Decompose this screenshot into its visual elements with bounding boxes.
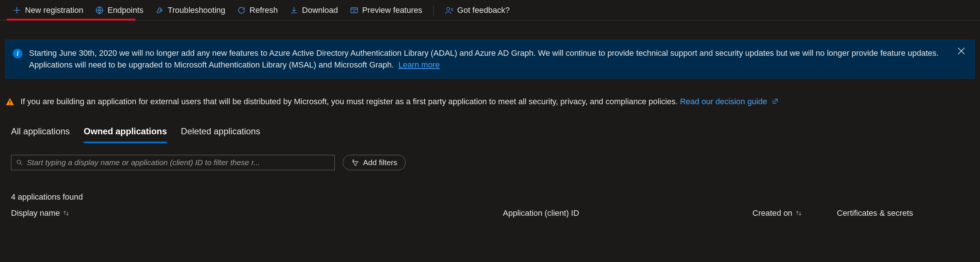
command-bar: New registration Endpoints Troubleshooti… — [0, 0, 980, 21]
column-certificates-secrets[interactable]: Certificates & secrets — [837, 208, 965, 218]
preview-icon — [350, 6, 359, 15]
column-created-on[interactable]: Created on — [752, 208, 837, 218]
download-icon — [290, 6, 298, 15]
info-banner: i Starting June 30th, 2020 we will no lo… — [5, 40, 975, 79]
new-registration-button[interactable]: New registration — [6, 0, 89, 20]
search-box[interactable] — [11, 155, 335, 170]
sort-icon — [795, 209, 803, 217]
feedback-icon — [445, 6, 453, 15]
warning-icon — [5, 97, 15, 106]
svg-rect-4 — [10, 103, 10, 104]
close-icon — [956, 46, 966, 56]
svg-point-2 — [447, 7, 450, 10]
warning-text: If you are building an application for e… — [21, 97, 678, 106]
results-count: 4 applications found — [11, 192, 980, 202]
external-link-icon — [772, 98, 779, 105]
plus-icon — [13, 6, 21, 15]
refresh-button[interactable]: Refresh — [231, 0, 284, 20]
svg-point-5 — [17, 160, 21, 164]
endpoints-button[interactable]: Endpoints — [89, 0, 150, 20]
column-created-on-label: Created on — [752, 208, 792, 218]
column-display-name[interactable]: Display name — [11, 208, 503, 218]
wrench-icon — [155, 6, 164, 15]
got-feedback-button[interactable]: Got feedback? — [439, 0, 516, 20]
sort-icon — [62, 209, 70, 217]
table-header: Display name Application (client) ID Cre… — [11, 208, 980, 218]
warning-link[interactable]: Read our decision guide — [680, 97, 779, 106]
close-banner-button[interactable] — [956, 46, 966, 56]
tab-all-applications[interactable]: All applications — [11, 126, 70, 143]
refresh-label: Refresh — [250, 5, 278, 15]
column-application-id-label: Application (client) ID — [503, 208, 579, 218]
tab-owned-applications[interactable]: Owned applications — [84, 126, 167, 143]
svg-rect-3 — [10, 100, 10, 103]
add-filter-icon — [351, 159, 360, 167]
troubleshooting-button[interactable]: Troubleshooting — [150, 0, 231, 20]
search-input[interactable] — [27, 158, 330, 167]
info-icon: i — [13, 49, 22, 58]
filter-row: Add filters — [11, 155, 980, 170]
download-label: Download — [302, 5, 338, 15]
column-display-name-label: Display name — [11, 208, 60, 218]
info-banner-learn-more-link[interactable]: Learn more — [398, 60, 440, 69]
new-registration-label: New registration — [25, 5, 83, 15]
warning-line: If you are building an application for e… — [5, 97, 975, 106]
warning-link-label: Read our decision guide — [680, 97, 767, 106]
globe-icon — [95, 6, 104, 15]
column-certificates-secrets-label: Certificates & secrets — [837, 208, 913, 218]
tabs: All applications Owned applications Dele… — [11, 126, 980, 143]
svg-rect-1 — [351, 8, 358, 13]
tab-deleted-applications[interactable]: Deleted applications — [181, 126, 260, 143]
got-feedback-label: Got feedback? — [457, 5, 510, 15]
troubleshooting-label: Troubleshooting — [168, 5, 225, 15]
search-icon — [16, 159, 23, 166]
download-button[interactable]: Download — [284, 0, 344, 20]
column-application-id[interactable]: Application (client) ID — [503, 208, 752, 218]
add-filters-label: Add filters — [363, 158, 397, 167]
preview-features-button[interactable]: Preview features — [344, 0, 428, 20]
toolbar-separator — [433, 5, 434, 16]
endpoints-label: Endpoints — [108, 5, 143, 15]
add-filters-button[interactable]: Add filters — [343, 155, 406, 170]
preview-features-label: Preview features — [362, 5, 422, 15]
info-banner-text: Starting June 30th, 2020 we will no long… — [29, 48, 939, 69]
refresh-icon — [237, 6, 246, 15]
